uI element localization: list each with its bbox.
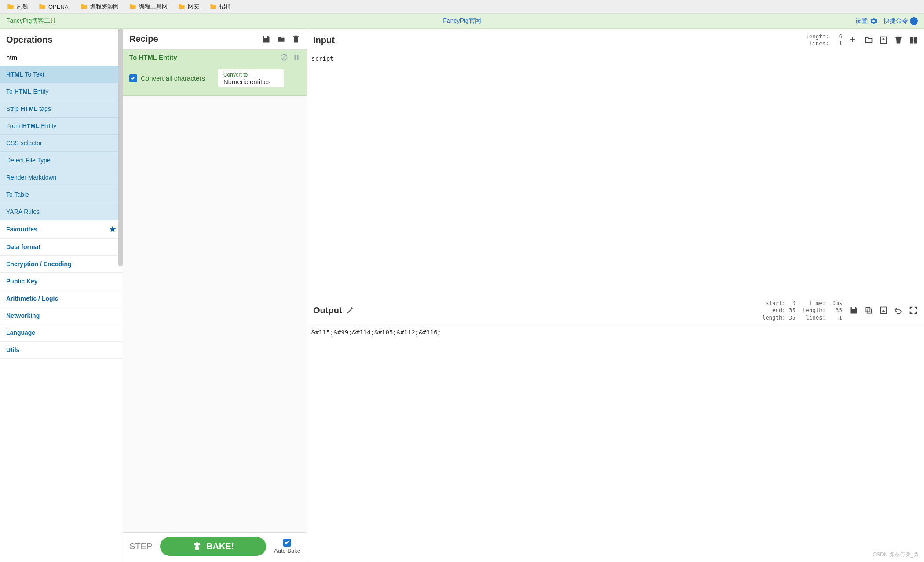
category-item[interactable]: Networking <box>0 307 123 324</box>
category-label: Language <box>6 329 35 336</box>
folder-icon <box>39 4 46 10</box>
bake-button[interactable]: BAKE! <box>160 537 266 556</box>
bookmark-item[interactable]: 编程资源网 <box>80 3 119 11</box>
bookmark-label: 网安 <box>188 3 199 11</box>
open-folder-icon[interactable] <box>864 36 873 44</box>
bookmark-item[interactable]: 网安 <box>178 3 199 11</box>
convert-all-checkbox[interactable]: Convert all characters <box>129 74 205 82</box>
operation-item[interactable]: From HTML Entity <box>0 118 123 135</box>
add-tab-icon[interactable]: + <box>849 36 858 44</box>
save-icon[interactable] <box>262 35 270 44</box>
banner-left[interactable]: FancyPig博客工具 <box>6 17 56 25</box>
checkbox-label: Convert all characters <box>141 74 205 82</box>
bookmark-item[interactable]: 刷题 <box>7 3 28 11</box>
category-item[interactable]: Encryption / Encoding <box>0 256 123 273</box>
output-textarea[interactable]: &#115;&#99;&#114;&#105;&#112;&#116; <box>307 326 924 562</box>
svg-rect-14 <box>867 309 872 313</box>
input-textarea[interactable]: script <box>307 52 924 295</box>
magic-icon[interactable] <box>346 306 354 314</box>
select-label: Convert to <box>223 72 279 78</box>
svg-rect-3 <box>297 55 299 60</box>
category-label: Networking <box>6 312 40 319</box>
category-item[interactable]: Language <box>0 324 123 342</box>
check-icon <box>283 539 291 547</box>
svg-rect-5 <box>195 547 199 550</box>
convert-to-select[interactable]: Convert to Numeric entities <box>218 69 284 87</box>
recipe-op-title: To HTML Entity <box>129 54 280 61</box>
folder-icon <box>80 4 88 10</box>
svg-point-8 <box>196 542 198 544</box>
save-output-icon[interactable] <box>849 306 858 315</box>
check-icon <box>130 75 136 81</box>
category-label: Favourites <box>6 226 37 233</box>
open-file-icon[interactable] <box>879 36 888 44</box>
svg-rect-15 <box>866 308 870 312</box>
io-panel: Input length: 6 lines: 1 + script Outpu <box>307 29 924 562</box>
watermark: CSDN @奈何@_@ <box>873 551 919 558</box>
clear-input-icon[interactable] <box>894 36 903 44</box>
category-label: Arithmetic / Logic <box>6 295 58 302</box>
shortcuts-link[interactable]: 快捷命令 ? <box>884 17 918 25</box>
shortcuts-label: 快捷命令 <box>884 17 908 25</box>
bookmarks-bar: 刷题 OPENAI 编程资源网 编程工具网 网安 招聘 <box>0 0 924 14</box>
maximize-icon[interactable] <box>909 306 918 315</box>
reset-layout-icon[interactable] <box>909 36 918 44</box>
operation-item[interactable]: HTML To Text <box>0 66 123 83</box>
category-item[interactable]: Public Key <box>0 273 123 290</box>
recipe-title: Recipe <box>129 34 262 44</box>
operation-item[interactable]: To Table <box>0 186 123 203</box>
folder-icon <box>210 4 217 10</box>
move-output-icon[interactable] <box>879 306 888 315</box>
scrollbar[interactable] <box>118 29 123 266</box>
undo-icon[interactable] <box>894 306 903 315</box>
input-section: Input length: 6 lines: 1 + script <box>307 29 924 295</box>
folder-icon[interactable] <box>277 35 285 44</box>
trash-icon[interactable] <box>292 35 300 44</box>
operation-item[interactable]: To HTML Entity <box>0 83 123 100</box>
help-icon: ? <box>910 17 918 25</box>
banner-center-link[interactable]: FancyPig官网 <box>443 17 481 25</box>
category-label: Encryption / Encoding <box>6 261 72 268</box>
star-icon <box>109 225 117 233</box>
output-title: Output <box>313 305 342 316</box>
search-input[interactable] <box>0 49 123 66</box>
category-item[interactable]: Data format <box>0 239 123 256</box>
operation-item[interactable]: Render Markdown <box>0 169 123 186</box>
category-item[interactable]: Utils <box>0 342 123 359</box>
svg-rect-12 <box>910 40 913 44</box>
folder-icon <box>178 4 185 10</box>
svg-rect-13 <box>914 40 917 44</box>
bookmark-item[interactable]: OPENAI <box>39 4 70 10</box>
disable-icon[interactable] <box>280 53 288 61</box>
operations-title: Operations <box>0 29 123 49</box>
pause-icon[interactable] <box>292 53 300 61</box>
operation-item[interactable]: Detect File Type <box>0 152 123 169</box>
step-button[interactable]: STEP <box>129 541 152 551</box>
banner: FancyPig博客工具 FancyPig官网 设置 快捷命令 ? <box>0 14 924 29</box>
output-stats-right: time: 0ms length: 35 lines: 1 <box>803 300 842 321</box>
gear-icon <box>869 17 877 25</box>
chef-icon <box>192 542 202 551</box>
bookmark-label: 编程工具网 <box>139 3 168 11</box>
operation-item[interactable]: CSS selector <box>0 135 123 152</box>
svg-line-1 <box>282 55 286 59</box>
operation-item[interactable]: YARA Rules <box>0 203 123 220</box>
settings-link[interactable]: 设置 <box>855 17 877 25</box>
recipe-operation: To HTML Entity Convert all characters Co <box>123 50 307 96</box>
svg-rect-2 <box>295 55 296 60</box>
autobake-label: Auto Bake <box>274 547 300 554</box>
input-title: Input <box>313 35 335 45</box>
category-label: Utils <box>6 346 19 353</box>
bake-label: BAKE! <box>206 541 234 551</box>
operation-item[interactable]: Strip HTML tags <box>0 100 123 118</box>
svg-rect-11 <box>914 37 917 40</box>
bookmark-item[interactable]: 招聘 <box>210 3 231 11</box>
category-favourites[interactable]: Favourites <box>0 220 123 239</box>
recipe-header: Recipe <box>123 29 307 50</box>
bookmark-item[interactable]: 编程工具网 <box>129 3 168 11</box>
copy-output-icon[interactable] <box>864 306 873 315</box>
bookmark-label: 刷题 <box>17 3 28 11</box>
category-label: Public Key <box>6 278 38 285</box>
auto-bake-toggle[interactable]: Auto Bake <box>274 539 300 554</box>
category-item[interactable]: Arithmetic / Logic <box>0 290 123 307</box>
